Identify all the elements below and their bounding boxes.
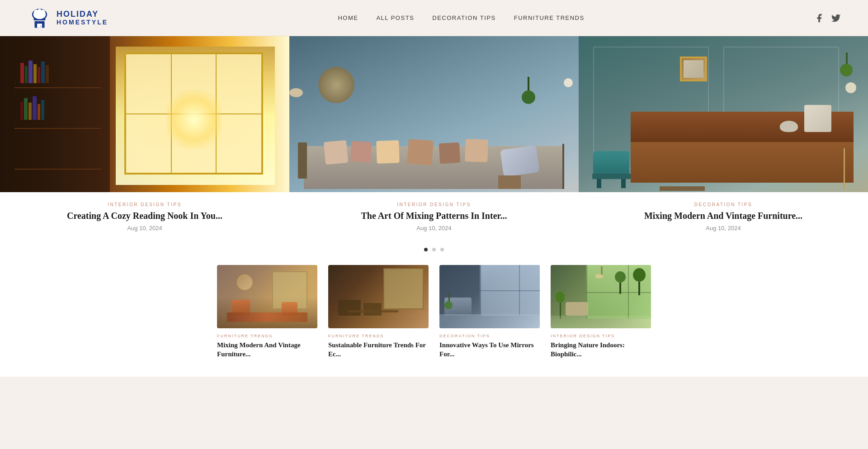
slide-date-1: Aug 10, 2024	[13, 225, 277, 232]
posts-section: FURNITURE TRENDS Mixing Modern And Vinta…	[0, 256, 868, 377]
slide-card-2: INTERIOR DESIGN TIPS The Art Of Mixing P…	[289, 192, 579, 240]
nav-home[interactable]: HOME	[338, 14, 358, 21]
slide-category-3: DECORATION TIPS	[591, 202, 855, 207]
facebook-icon[interactable]	[814, 13, 824, 23]
logo[interactable]: HOLIDAY HOMESTYLE	[27, 5, 108, 30]
post-title-3: Innovative Ways To Use Mirrors For...	[439, 341, 540, 359]
logo-text: HOLIDAY HOMESTYLE	[57, 10, 108, 26]
slide-card-3: DECORATION TIPS Mixing Modern And Vintag…	[579, 192, 868, 240]
post-category-3: DECORATION TIPS	[439, 334, 540, 338]
hero-slide-2[interactable]: INTERIOR DESIGN TIPS The Art Of Mixing P…	[289, 36, 579, 240]
post-thumb-4	[551, 265, 651, 328]
main-nav: HOME ALL POSTS DECORATION TIPS FURNITURE…	[338, 14, 584, 21]
slide-title-1: Creating A Cozy Reading Nook In You...	[13, 211, 277, 221]
social-icons	[814, 13, 841, 23]
post-thumb-1	[217, 265, 317, 328]
post-card-4[interactable]: INTERIOR DESIGN TIPS Bringing Nature Ind…	[551, 265, 651, 359]
dot-3[interactable]	[440, 248, 444, 251]
nav-furniture-trends[interactable]: FURNITURE TRENDS	[514, 14, 585, 21]
hero-slider: INTERIOR DESIGN TIPS Creating A Cozy Rea…	[0, 36, 868, 240]
header: HOLIDAY HOMESTYLE HOME ALL POSTS DECORAT…	[0, 0, 868, 36]
post-title-1: Mixing Modern And Vintage Furniture...	[217, 341, 317, 359]
post-thumb-2	[328, 265, 429, 328]
slide-card-1: INTERIOR DESIGN TIPS Creating A Cozy Rea…	[0, 192, 289, 240]
post-category-4: INTERIOR DESIGN TIPS	[551, 334, 651, 338]
slider-dots	[0, 240, 868, 256]
nav-all-posts[interactable]: ALL POSTS	[376, 14, 414, 21]
svg-point-8	[40, 26, 41, 27]
post-title-2: Sustainable Furniture Trends For Ec...	[328, 341, 429, 359]
nav-decoration-tips[interactable]: DECORATION TIPS	[432, 14, 495, 21]
logo-icon	[27, 5, 52, 30]
post-category-2: FURNITURE TRENDS	[328, 334, 429, 338]
dot-2[interactable]	[432, 248, 436, 251]
post-title-4: Bringing Nature Indoors: Biophilic...	[551, 341, 651, 359]
post-card-2[interactable]: FURNITURE TRENDS Sustainable Furniture T…	[328, 265, 429, 359]
slide-title-2: The Art Of Mixing Patterns In Inter...	[302, 211, 566, 221]
slide-category-1: INTERIOR DESIGN TIPS	[13, 202, 277, 207]
post-card-3[interactable]: DECORATION TIPS Innovative Ways To Use M…	[439, 265, 540, 359]
slide-category-2: INTERIOR DESIGN TIPS	[302, 202, 566, 207]
posts-grid: FURNITURE TRENDS Mixing Modern And Vinta…	[217, 265, 651, 359]
svg-point-5	[38, 9, 42, 14]
dot-1[interactable]	[424, 248, 428, 251]
twitter-icon[interactable]	[831, 13, 841, 23]
logo-line2: HOMESTYLE	[57, 19, 108, 26]
post-thumb-3	[439, 265, 540, 328]
post-category-1: FURNITURE TRENDS	[217, 334, 317, 338]
hero-slide-3[interactable]: DECORATION TIPS Mixing Modern And Vintag…	[579, 36, 868, 240]
slide-title-3: Mixing Modern And Vintage Furniture...	[591, 211, 855, 221]
svg-rect-7	[37, 24, 42, 28]
hero-slide-1[interactable]: INTERIOR DESIGN TIPS Creating A Cozy Rea…	[0, 36, 289, 240]
post-card-1[interactable]: FURNITURE TRENDS Mixing Modern And Vinta…	[217, 265, 317, 359]
slide-date-3: Aug 10, 2024	[591, 225, 855, 232]
logo-line1: HOLIDAY	[57, 10, 108, 19]
slide-date-2: Aug 10, 2024	[302, 225, 566, 232]
